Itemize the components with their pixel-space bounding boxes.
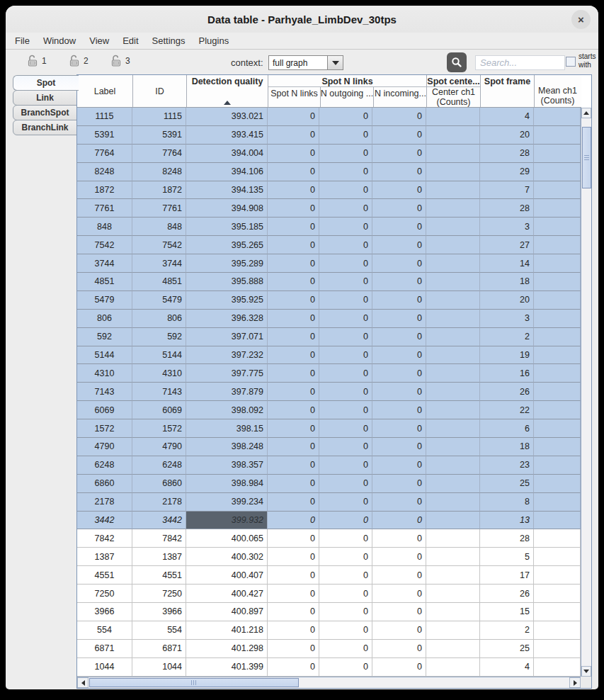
table-cell-id[interactable]: 7143 — [132, 383, 186, 401]
table-cell-quality[interactable]: 398.248 — [186, 438, 268, 456]
table-row[interactable]: 13871387400.3020005 — [77, 548, 581, 566]
table-cell-quality[interactable]: 397.879 — [186, 383, 268, 401]
table-cell-id[interactable]: 3744 — [132, 254, 186, 273]
table-cell-center[interactable] — [426, 254, 480, 273]
table-cell-id[interactable]: 1872 — [132, 181, 186, 200]
table-cell-label[interactable]: 3744 — [77, 254, 132, 273]
table-cell-n_links[interactable]: 0 — [268, 438, 319, 456]
table-cell-quality[interactable]: 400.427 — [186, 585, 268, 603]
table-cell-center[interactable] — [426, 199, 480, 218]
table-cell-frame[interactable]: 2 — [480, 621, 534, 640]
table-cell-label[interactable]: 7250 — [77, 585, 132, 603]
table-cell-n_in[interactable]: 0 — [372, 640, 426, 658]
table-cell-n_in[interactable]: 0 — [372, 419, 426, 438]
table-cell-label[interactable]: 1044 — [77, 658, 132, 677]
search-input[interactable] — [475, 55, 565, 70]
table-cell-center[interactable] — [426, 566, 480, 585]
table-cell-id[interactable]: 4790 — [132, 438, 186, 456]
vertical-scrollbar-thumb[interactable] — [582, 127, 591, 188]
table-row[interactable]: 72507250400.42700026 — [77, 585, 581, 603]
table-cell-n_out[interactable]: 0 — [319, 456, 372, 475]
table-cell-id[interactable]: 7250 — [132, 585, 186, 603]
table-cell-n_in[interactable]: 0 — [372, 310, 426, 328]
table-cell-n_links[interactable]: 0 — [268, 603, 319, 621]
table-cell-frame[interactable]: 3 — [480, 218, 534, 236]
table-cell-center[interactable] — [426, 529, 480, 548]
table-cell-frame[interactable]: 20 — [480, 291, 534, 310]
table-cell-id[interactable]: 1572 — [132, 419, 186, 438]
table-row[interactable]: 77617761394.90800028 — [77, 199, 581, 218]
table-cell-center[interactable] — [426, 236, 480, 254]
table-cell-center[interactable] — [426, 181, 480, 200]
horizontal-scrollbar-thumb[interactable] — [89, 678, 299, 687]
table-cell-center[interactable] — [426, 585, 480, 603]
table-cell-n_in[interactable]: 0 — [372, 566, 426, 585]
table-cell-n_out[interactable]: 0 — [319, 383, 372, 401]
table-cell-n_out[interactable]: 0 — [319, 512, 372, 530]
table-cell-mean[interactable] — [534, 163, 581, 181]
table-cell-n_out[interactable]: 0 — [319, 108, 372, 126]
table-cell-mean[interactable] — [534, 475, 581, 493]
table-row[interactable]: 75427542395.26500027 — [77, 236, 581, 254]
table-row[interactable]: 68716871401.29800025 — [77, 640, 581, 658]
table-cell-center[interactable] — [426, 512, 480, 530]
table-cell-quality[interactable]: 395.888 — [186, 273, 268, 291]
table-cell-mean[interactable] — [534, 493, 581, 512]
table-cell-center[interactable] — [426, 419, 480, 438]
table-cell-n_in[interactable]: 0 — [372, 236, 426, 254]
column-header-spot-frame[interactable]: Spot frame — [480, 75, 534, 107]
table-cell-mean[interactable] — [534, 529, 581, 548]
table-row[interactable]: 21782178399.2340008 — [77, 493, 581, 512]
context-dropdown[interactable]: full graph — [268, 55, 343, 70]
table-cell-frame[interactable]: 23 — [480, 456, 534, 475]
table-cell-mean[interactable] — [534, 145, 581, 163]
table-cell-id[interactable]: 6069 — [132, 401, 186, 419]
table-cell-center[interactable] — [426, 218, 480, 236]
table-cell-mean[interactable] — [534, 401, 581, 419]
table-cell-n_out[interactable]: 0 — [319, 126, 372, 145]
table-cell-frame[interactable]: 15 — [480, 603, 534, 621]
table-cell-id[interactable]: 2178 — [132, 493, 186, 512]
table-row[interactable]: 54795479395.92500020 — [77, 291, 581, 310]
table-cell-center[interactable] — [426, 346, 480, 365]
table-cell-quality[interactable]: 401.399 — [186, 658, 268, 677]
table-cell-id[interactable]: 7542 — [132, 236, 186, 254]
table-cell-id[interactable]: 5479 — [132, 291, 186, 310]
table-cell-label[interactable]: 4851 — [77, 273, 132, 291]
table-cell-n_links[interactable]: 0 — [268, 383, 319, 401]
table-cell-label[interactable]: 1872 — [77, 181, 132, 200]
table-cell-id[interactable]: 592 — [132, 328, 186, 346]
table-cell-id[interactable]: 1115 — [132, 108, 186, 126]
table-cell-center[interactable] — [426, 401, 480, 419]
table-cell-n_in[interactable]: 0 — [372, 438, 426, 456]
table-cell-frame[interactable]: 26 — [480, 383, 534, 401]
table-cell-n_out[interactable]: 0 — [319, 529, 372, 548]
table-cell-n_links[interactable]: 0 — [268, 548, 319, 566]
menu-item-edit[interactable]: Edit — [122, 35, 138, 46]
table-cell-mean[interactable] — [534, 236, 581, 254]
table-cell-label[interactable]: 1572 — [77, 419, 132, 438]
menu-item-plugins[interactable]: Plugins — [199, 35, 229, 46]
table-cell-mean[interactable] — [534, 291, 581, 310]
table-cell-n_links[interactable]: 0 — [268, 181, 319, 200]
table-cell-frame[interactable]: 28 — [480, 199, 534, 218]
table-row[interactable]: 51445144397.23200019 — [77, 346, 581, 365]
table-cell-label[interactable]: 848 — [77, 218, 132, 236]
table-row[interactable]: 10441044401.3990004 — [77, 658, 581, 677]
tab-branchlink[interactable]: BranchLink — [13, 120, 77, 135]
table-cell-id[interactable]: 8248 — [132, 163, 186, 181]
table-cell-mean[interactable] — [534, 438, 581, 456]
table-cell-id[interactable]: 6871 — [132, 640, 186, 658]
table-cell-n_out[interactable]: 0 — [319, 419, 372, 438]
table-cell-quality[interactable]: 399.932 — [186, 512, 268, 530]
table-cell-n_in[interactable]: 0 — [372, 585, 426, 603]
table-cell-n_in[interactable]: 0 — [372, 254, 426, 273]
table-cell-id[interactable]: 554 — [132, 621, 186, 640]
lock-button-3[interactable]: 3 — [110, 55, 130, 67]
table-cell-id[interactable]: 7761 — [132, 199, 186, 218]
column-header-n-incoming[interactable]: N incoming... — [373, 87, 427, 107]
table-cell-mean[interactable] — [534, 218, 581, 236]
table-cell-frame[interactable]: 17 — [480, 566, 534, 585]
table-cell-n_in[interactable]: 0 — [372, 108, 426, 126]
tab-spot[interactable]: Spot — [13, 75, 79, 91]
